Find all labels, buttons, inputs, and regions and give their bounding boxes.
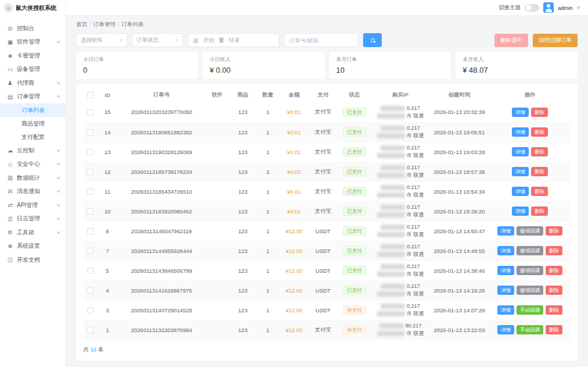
cell-amount: ¥0.01 — [279, 142, 309, 162]
sidebar-item-device[interactable]: ▭设备管理 — [0, 63, 65, 77]
row-checkbox[interactable] — [87, 149, 94, 155]
sidebar-item-security-center[interactable]: ◇安全中心∨ — [0, 158, 65, 172]
cell-software — [205, 261, 230, 280]
detail-button[interactable]: 详情 — [512, 167, 529, 176]
delete-button[interactable]: 删除 — [531, 167, 548, 176]
cell-product: 123 — [230, 221, 256, 241]
delete-button[interactable]: 删除 — [546, 325, 562, 334]
table-row: 5202601131438465067991231¥12.00USDT已支付0.… — [83, 261, 571, 280]
cell-id: 11 — [97, 181, 118, 201]
cell-buy-ip: 0.217市 联通 — [371, 241, 429, 261]
cell-actions: 详情撤销回调删除 — [489, 221, 571, 241]
sidebar-item-toolbox[interactable]: ⚙工具箱∨ — [0, 226, 65, 240]
row-checkbox[interactable] — [87, 109, 94, 116]
detail-button[interactable]: 详情 — [497, 325, 514, 334]
detail-button[interactable]: 详情 — [497, 246, 514, 255]
date-start-placeholder: 开始 — [203, 37, 214, 44]
row-checkbox[interactable] — [87, 307, 94, 313]
delete-selected-button[interactable]: 删除选中 — [494, 34, 528, 47]
delete-button[interactable]: 删除 — [531, 108, 548, 117]
row-checkbox[interactable] — [87, 287, 94, 294]
delete-button[interactable]: 删除 — [546, 266, 562, 275]
sidebar-item-card-key[interactable]: ◈卡密管理 — [0, 49, 65, 63]
delete-button[interactable]: 删除 — [531, 127, 548, 137]
sidebar-item-cloud-control[interactable]: ☁云控制∨ — [0, 144, 65, 158]
sidebar-subitem-order-list[interactable]: 订单列表 — [0, 104, 65, 117]
username[interactable]: admin — [558, 5, 573, 11]
breadcrumb-home[interactable]: 首页 — [76, 21, 87, 28]
detail-button[interactable]: 详情 — [497, 266, 514, 275]
row-checkbox[interactable] — [87, 268, 94, 274]
detail-button[interactable]: 详情 — [497, 286, 514, 295]
sidebar-item-console[interactable]: ◎控制台 — [0, 22, 65, 35]
chevron-down-icon[interactable]: ∨ — [576, 5, 580, 10]
manual-button[interactable]: 手动回调 — [517, 325, 543, 334]
sidebar-item-order[interactable]: ▤订单管理∧ — [0, 90, 65, 104]
detail-button[interactable]: 详情 — [512, 127, 529, 137]
sidebar-item-api[interactable]: ⇄API管理∨ — [0, 198, 65, 212]
row-checkbox[interactable] — [87, 327, 94, 333]
order-search-input[interactable] — [284, 33, 358, 47]
sidebar-item-system-settings[interactable]: ☸系统设置 — [0, 240, 65, 254]
delete-button[interactable]: 删除 — [546, 305, 562, 315]
row-checkbox[interactable] — [87, 208, 94, 215]
row-checkbox[interactable] — [87, 188, 94, 195]
sidebar-item-software[interactable]: ▣软件管理∨ — [0, 35, 65, 49]
cell-software — [205, 201, 230, 221]
sidebar-subitem-payment-config[interactable]: 支付配置 — [0, 130, 65, 144]
revoke-button[interactable]: 撤销回调 — [517, 266, 543, 275]
sidebar-item-dev-docs[interactable]: ◫开发文档 — [0, 253, 65, 267]
cell-buy-ip: 0.217市 联通 — [371, 162, 429, 181]
detail-button[interactable]: 详情 — [512, 108, 529, 117]
detail-button[interactable]: 详情 — [497, 226, 514, 236]
row-checkbox[interactable] — [87, 169, 94, 175]
tool-icon: ⚙ — [6, 229, 14, 236]
cell-created: 2026-01-13 14:38:46 — [429, 261, 489, 280]
delete-button[interactable]: 删除 — [546, 246, 562, 255]
main-content: 首页 / 订单管理 / 订单列表 选择软件 ∨ 订单状态 ∨ ▦ 开始 至 结束… — [66, 16, 588, 367]
app-logo-icon: ◍ — [4, 3, 13, 12]
cell-amount: ¥0.02 — [279, 162, 309, 181]
search-button[interactable] — [363, 33, 382, 47]
software-select[interactable]: 选择软件 ∨ — [76, 33, 127, 47]
breadcrumb-order-management[interactable]: 订单管理 — [94, 21, 116, 28]
revoke-button[interactable]: 撤销回调 — [517, 286, 543, 295]
detail-button[interactable]: 详情 — [512, 147, 529, 156]
revoke-button[interactable]: 撤销回调 — [517, 226, 543, 236]
chevron-down-icon: ∨ — [56, 81, 60, 85]
row-checkbox[interactable] — [87, 248, 94, 254]
cell-software — [205, 142, 230, 162]
order-status-select[interactable]: 订单状态 ∨ — [132, 33, 183, 47]
gear-icon: ☸ — [6, 243, 14, 250]
delete-button[interactable]: 删除 — [531, 147, 548, 156]
delete-button[interactable]: 删除 — [546, 286, 562, 295]
monitor-icon: ▭ — [6, 66, 14, 73]
sidebar-item-agent[interactable]: ♟代理商∨ — [0, 76, 65, 90]
delete-button[interactable]: 删除 — [531, 206, 548, 216]
date-range-picker[interactable]: ▦ 开始 至 结束 — [188, 33, 279, 47]
api-icon: ⇄ — [6, 202, 14, 208]
sidebar-item-statistics[interactable]: ▥数据统计∨ — [0, 171, 65, 185]
blurred-region — [377, 291, 405, 297]
user-avatar[interactable] — [543, 2, 554, 13]
clean-expired-orders-button[interactable]: 清理过期订单 — [533, 34, 578, 47]
theme-toggle-switch[interactable] — [525, 4, 539, 12]
app-logo: ◍ 鼠大侠授权系统 — [0, 0, 65, 15]
select-all-checkbox[interactable] — [87, 92, 94, 98]
chevron-down-icon: ∨ — [119, 38, 123, 42]
sidebar-item-notification[interactable]: ✉消息通知∨ — [0, 185, 65, 199]
manual-button[interactable]: 手动回调 — [517, 305, 543, 315]
cell-created: 2026-01-13 18:57:38 — [429, 162, 489, 181]
row-checkbox[interactable] — [87, 129, 94, 136]
delete-button[interactable]: 删除 — [531, 187, 548, 196]
detail-button[interactable]: 详情 — [512, 187, 529, 196]
row-checkbox[interactable] — [87, 228, 94, 234]
delete-button[interactable]: 删除 — [546, 226, 562, 236]
sidebar-subitem-product-management[interactable]: 商品管理 — [0, 117, 65, 130]
sidebar-item-log[interactable]: ☰日志管理∨ — [0, 212, 65, 226]
detail-button[interactable]: 详情 — [512, 206, 529, 216]
col-product: 商品 — [230, 87, 256, 102]
detail-button[interactable]: 详情 — [497, 305, 514, 315]
top-header: 切换主题 admin ∨ — [66, 0, 588, 16]
revoke-button[interactable]: 撤销回调 — [517, 246, 543, 255]
